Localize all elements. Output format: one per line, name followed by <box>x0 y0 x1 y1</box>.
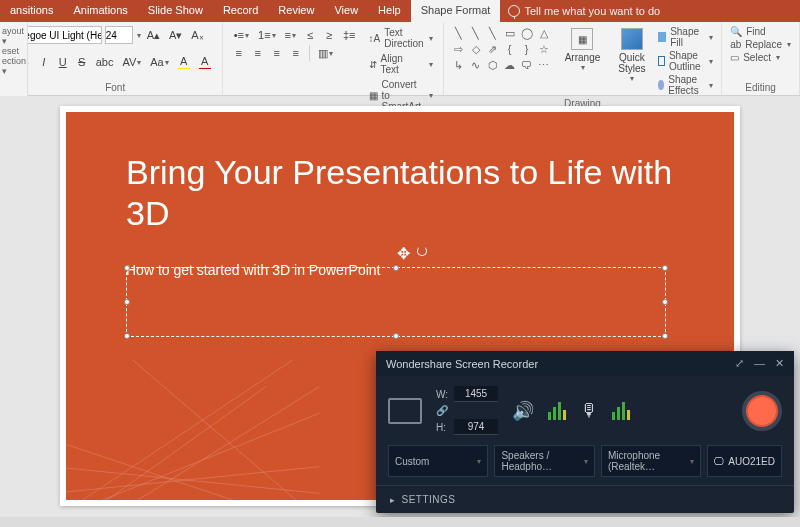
font-group-label: Font <box>17 82 214 93</box>
shape-brace2-icon[interactable]: } <box>520 42 534 56</box>
list-level-button[interactable]: ≡▾ <box>282 26 299 44</box>
increase-font-button[interactable]: A▴ <box>144 26 163 44</box>
capture-region-button[interactable] <box>388 398 422 424</box>
change-case-button[interactable]: Aa▾ <box>147 53 171 71</box>
shape-arrow-icon[interactable]: ⇨ <box>452 42 466 56</box>
shape-effects-button[interactable]: Shape Effects▾ <box>658 74 713 96</box>
bullets-button[interactable]: •≡▾ <box>231 26 252 44</box>
shape-fill-button[interactable]: Shape Fill▾ <box>658 26 713 48</box>
recorder-titlebar[interactable]: Wondershare Screen Recorder ⤢ — ✕ <box>376 351 794 376</box>
italic-button[interactable]: I <box>36 53 52 71</box>
quick-styles-button[interactable]: Quick Styles▾ <box>613 26 650 85</box>
editing-group: 🔍Find abReplace▾ ▭Select▾ Editing <box>722 22 800 95</box>
resize-handle-sw[interactable] <box>124 333 130 339</box>
underline-button[interactable]: U <box>55 53 71 71</box>
font-name-select[interactable] <box>17 26 102 44</box>
tab-view[interactable]: View <box>324 0 368 22</box>
resize-handle-w[interactable] <box>124 299 130 305</box>
shape-tri-icon[interactable]: △ <box>537 26 551 40</box>
display-select[interactable]: 🖵AUO21ED <box>707 445 782 477</box>
lock-aspect-icon[interactable]: 🔗 <box>436 405 448 416</box>
shape-arrow2-icon[interactable]: ⇗ <box>486 42 500 56</box>
shape-star-icon[interactable]: ☆ <box>537 42 551 56</box>
tab-help[interactable]: Help <box>368 0 411 22</box>
decrease-indent-button[interactable]: ≤ <box>302 26 318 44</box>
align-text-button[interactable]: ⇵Align Text▾ <box>367 52 435 76</box>
layout-fragment[interactable]: ayout ▾ <box>2 26 25 46</box>
screen-recorder-window[interactable]: Wondershare Screen Recorder ⤢ — ✕ W: 🔗 H… <box>376 351 794 513</box>
chevron-down-icon[interactable]: ▾ <box>137 31 141 40</box>
popout-icon[interactable]: ⤢ <box>735 357 744 370</box>
numbering-button[interactable]: 1≡▾ <box>255 26 279 44</box>
columns-button[interactable]: ▥▾ <box>315 44 336 62</box>
resize-handle-e[interactable] <box>662 299 668 305</box>
font-color-button[interactable]: A <box>196 53 214 71</box>
settings-toggle[interactable]: SETTINGS <box>376 485 794 513</box>
mic-select[interactable]: Microphone (Realtek…▾ <box>601 445 701 477</box>
record-button[interactable] <box>742 391 782 431</box>
mic-icon[interactable]: 🎙 <box>580 400 598 421</box>
shape-hex-icon[interactable]: ⬡ <box>486 58 500 72</box>
shape-curve-icon[interactable]: ∿ <box>469 58 483 72</box>
shapes-gallery[interactable]: ╲ ╲ ╲ ▭ ◯ △ ⇨ ◇ ⇗ { } ☆ ↳ ∿ ⬡ ☁ 🗨 ⋯ <box>452 26 552 72</box>
select-button[interactable]: ▭Select▾ <box>730 52 791 63</box>
clear-formatting-button[interactable]: Aₓ <box>188 26 206 44</box>
shape-rect-icon[interactable]: ▭ <box>503 26 517 40</box>
speaker-select[interactable]: Speakers / Headpho…▾ <box>494 445 594 477</box>
shape-diamond-icon[interactable]: ◇ <box>469 42 483 56</box>
height-input[interactable] <box>454 419 498 435</box>
align-left-button[interactable]: ≡ <box>231 44 247 62</box>
minimize-icon[interactable]: — <box>754 357 765 370</box>
arrange-button[interactable]: ▦ Arrange▾ <box>560 26 606 74</box>
close-icon[interactable]: ✕ <box>775 357 784 370</box>
shape-line-icon[interactable]: ╲ <box>452 26 466 40</box>
shape-oval-icon[interactable]: ◯ <box>520 26 534 40</box>
line-spacing-button[interactable]: ‡≡ <box>340 26 359 44</box>
highlight-button[interactable]: A <box>175 53 193 71</box>
arrange-icon: ▦ <box>571 28 593 50</box>
replace-button[interactable]: abReplace▾ <box>730 39 791 50</box>
section-fragment[interactable]: ection ▾ <box>2 56 25 76</box>
find-button[interactable]: 🔍Find <box>730 26 791 37</box>
rotate-handle[interactable] <box>417 246 427 256</box>
char-spacing-button[interactable]: AV▾ <box>119 53 144 71</box>
shape-more-icon[interactable]: ⋯ <box>537 58 551 72</box>
tab-slideshow[interactable]: Slide Show <box>138 0 213 22</box>
width-input[interactable] <box>454 386 498 402</box>
selection-box[interactable]: ✥ <box>126 267 666 337</box>
shape-connector-icon[interactable]: ↳ <box>452 58 466 72</box>
resize-handle-n[interactable] <box>393 265 399 271</box>
resize-handle-se[interactable] <box>662 333 668 339</box>
decrease-font-button[interactable]: A▾ <box>166 26 185 44</box>
align-center-button[interactable]: ≡ <box>250 44 266 62</box>
increase-indent-button[interactable]: ≥ <box>321 26 337 44</box>
font-color-icon: A <box>201 55 208 67</box>
tell-me[interactable]: Tell me what you want to do <box>500 0 668 22</box>
shape-line2-icon[interactable]: ╲ <box>469 26 483 40</box>
resize-handle-s[interactable] <box>393 333 399 339</box>
align-text-icon: ⇵ <box>369 59 377 70</box>
shape-line3-icon[interactable]: ╲ <box>486 26 500 40</box>
tab-shape-format[interactable]: Shape Format <box>411 0 501 22</box>
strikethrough-button[interactable]: S <box>74 53 90 71</box>
tab-transitions[interactable]: ansitions <box>0 0 63 22</box>
font-size-select[interactable] <box>105 26 133 44</box>
slide-title[interactable]: Bring Your Presentations to Life with 3D <box>126 152 674 234</box>
shape-brace-icon[interactable]: { <box>503 42 517 56</box>
speaker-icon[interactable]: 🔊 <box>512 400 534 422</box>
resize-handle-ne[interactable] <box>662 265 668 271</box>
shape-outline-button[interactable]: Shape Outline▾ <box>658 50 713 72</box>
align-right-button[interactable]: ≡ <box>269 44 285 62</box>
tab-review[interactable]: Review <box>268 0 324 22</box>
justify-button[interactable]: ≡ <box>288 44 304 62</box>
tab-record[interactable]: Record <box>213 0 268 22</box>
text-direction-button[interactable]: ↕AText Direction▾ <box>367 26 435 50</box>
shape-callout-icon[interactable]: 🗨 <box>520 58 534 72</box>
text-shadow-button[interactable]: abc <box>93 53 117 71</box>
tab-animations[interactable]: Animations <box>63 0 137 22</box>
reset-fragment[interactable]: eset <box>2 46 25 56</box>
fill-icon <box>658 32 666 42</box>
resize-handle-nw[interactable] <box>124 265 130 271</box>
shape-cloud-icon[interactable]: ☁ <box>503 58 517 72</box>
preset-select[interactable]: Custom▾ <box>388 445 488 477</box>
